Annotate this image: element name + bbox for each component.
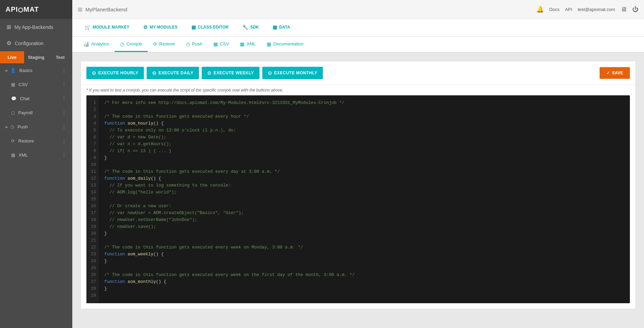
tab-documentation[interactable]: ▦ Documentation: [261, 37, 309, 52]
dots-icon[interactable]: ⋮: [61, 109, 67, 116]
nav-my-modules[interactable]: ⚙ MY MODULES: [136, 19, 184, 36]
sidebar-item-label-csv: CSV: [19, 82, 28, 87]
xml-tab-icon: ▦: [240, 41, 244, 47]
sidebar-item-basics[interactable]: ▶ 👤 Basics ⋮: [0, 63, 72, 77]
dots-icon[interactable]: ⋮: [61, 81, 67, 88]
backend-icon: ▦: [78, 6, 83, 12]
sidebar-item-label-chat: Chat: [20, 96, 29, 101]
execute-daily-label: EXECUTE DAILY: [159, 71, 193, 75]
nav-label-my-modules: MY MODULES: [150, 25, 178, 30]
csv-tab-icon: ▦: [213, 41, 218, 47]
restore-icon: ⟳: [11, 138, 15, 144]
docs-link[interactable]: Docs: [549, 7, 560, 12]
env-tab-staging[interactable]: Staging: [24, 51, 48, 63]
dots-icon[interactable]: ⋮: [61, 124, 67, 130]
hint-text: * If you want to test a cronjob, you can…: [81, 85, 635, 95]
execute-daily-icon: ⊙: [152, 70, 157, 76]
logo-mat: MAT: [23, 6, 39, 13]
content-area: ⊙ EXECUTE HOURLY ⊙ EXECUTE DAILY ⊙ EXECU…: [72, 53, 644, 328]
sidebar-item-label-paymill: Paymill: [18, 110, 33, 115]
tab-push[interactable]: ◷ Push: [180, 37, 208, 52]
tab-xml[interactable]: ▦ XML: [234, 37, 261, 52]
push-icon: ◷: [10, 124, 14, 129]
code-editor[interactable]: 1234567891011121314151617181920212223242…: [86, 95, 630, 303]
chat-icon: 💬: [11, 96, 17, 101]
analytics-icon: 📊: [83, 41, 89, 47]
dots-icon[interactable]: ⋮: [61, 152, 67, 158]
sidebar-logo: APIMAT: [0, 0, 72, 19]
tab-label-cronjob: Cronjob: [126, 41, 142, 46]
push-tab-icon: ◷: [186, 41, 190, 47]
sdk-icon: 🔧: [242, 24, 248, 30]
tab-restore[interactable]: ⟳ Restore: [148, 37, 181, 52]
sidebar-item-paymill[interactable]: ◻ Paymill ⋮: [0, 106, 72, 120]
sub-nav: 📊 Analytics ◷ Cronjob ⟳ Restore ◷ Push ▦…: [72, 37, 644, 53]
data-icon: ▦: [273, 24, 277, 30]
screen-icon[interactable]: 🖥: [621, 6, 627, 13]
paymill-icon: ◻: [11, 110, 15, 115]
api-link[interactable]: API: [565, 7, 572, 12]
topbar-title: ▦ MyPlanerBackend: [78, 6, 127, 12]
tab-csv[interactable]: ▦ CSV: [208, 37, 235, 52]
execute-monthly-label: EXECUTE MONTHLY: [274, 71, 317, 75]
nav-module-market[interactable]: 🛒 MODULE MARKET: [78, 19, 136, 36]
code-content[interactable]: /* For more info see http://docs.apiomat…: [99, 95, 630, 303]
user-email: test@apiomat.com: [578, 7, 615, 12]
execute-monthly-button[interactable]: ⊙ EXECUTE MONTHLY: [262, 67, 323, 79]
execute-weekly-button[interactable]: ⊙ EXECUTE WEEKLY: [202, 67, 260, 79]
tab-cronjob[interactable]: ◷ Cronjob: [115, 37, 148, 52]
cronjob-icon: ◷: [120, 41, 124, 47]
env-tab-live[interactable]: Live: [0, 51, 24, 63]
csv-icon: ▦: [11, 82, 15, 87]
tab-label-restore: Restore: [159, 41, 175, 46]
nav-class-editor[interactable]: ▦ CLASS EDITOR: [184, 19, 235, 36]
save-label: SAVE: [612, 71, 623, 75]
nav-label-class-editor: CLASS EDITOR: [198, 25, 229, 30]
notification-icon[interactable]: 🔔: [536, 6, 544, 13]
nav-data[interactable]: ▦ DATA: [266, 19, 297, 36]
topbar-backend-name: MyPlanerBackend: [85, 7, 127, 12]
dots-icon[interactable]: ⋮: [61, 138, 67, 144]
arrow-icon: ▶: [6, 68, 8, 72]
sidebar-nav-configuration[interactable]: ⚙ Configuration: [0, 35, 72, 51]
user-icon: 👤: [10, 68, 16, 73]
tab-label-csv: CSV: [220, 41, 229, 46]
nav-label-my-app-backends: My App-Backends: [14, 24, 53, 30]
execute-weekly-label: EXECUTE WEEKLY: [214, 71, 254, 75]
cronjob-panel: ⊙ EXECUTE HOURLY ⊙ EXECUTE DAILY ⊙ EXECU…: [81, 61, 636, 309]
power-icon[interactable]: ⏻: [632, 6, 638, 13]
execute-daily-button[interactable]: ⊙ EXECUTE DAILY: [147, 67, 199, 79]
nav-label-module-market: MODULE MARKET: [93, 25, 129, 30]
module-nav: 🛒 MODULE MARKET ⚙ MY MODULES ▦ CLASS EDI…: [72, 19, 644, 37]
sidebar-item-csv[interactable]: ▦ CSV ⋮: [0, 77, 72, 92]
nav-sdk[interactable]: 🔧 SDK: [235, 19, 266, 36]
sidebar: APIMAT ⊞ My App-Backends ⚙ Configuration…: [0, 0, 72, 328]
sidebar-item-chat[interactable]: 💬 Chat ⋮: [0, 92, 72, 106]
tab-label-push: Push: [192, 41, 202, 46]
save-button[interactable]: ✓ SAVE: [600, 67, 630, 79]
topbar-right: 🔔 Docs API test@apiomat.com 🖥 ⏻: [536, 6, 638, 13]
dots-icon[interactable]: ⋮: [61, 67, 67, 74]
dots-icon[interactable]: ⋮: [61, 95, 67, 102]
execute-hourly-label: EXECUTE HOURLY: [98, 71, 139, 75]
arrow-icon: ▶: [6, 125, 8, 129]
cronjob-toolbar: ⊙ EXECUTE HOURLY ⊙ EXECUTE DAILY ⊙ EXECU…: [81, 61, 635, 85]
class-editor-icon: ▦: [191, 24, 196, 30]
env-tab-test[interactable]: Test: [48, 51, 72, 63]
gear-icon: ⚙: [7, 40, 11, 46]
tab-analytics[interactable]: 📊 Analytics: [78, 37, 115, 52]
sidebar-nav-my-app-backends[interactable]: ⊞ My App-Backends: [0, 19, 72, 35]
doc-tab-icon: ▦: [267, 41, 271, 47]
sidebar-item-xml[interactable]: ▦ XML ⋮: [0, 148, 72, 162]
market-icon: 🛒: [85, 24, 91, 30]
sidebar-item-label-restore: Restore: [18, 138, 34, 144]
execute-hourly-button[interactable]: ⊙ EXECUTE HOURLY: [86, 67, 144, 79]
execute-hourly-icon: ⊙: [92, 70, 96, 76]
nav-label-sdk: SDK: [250, 25, 259, 30]
restore-tab-icon: ⟳: [153, 41, 157, 47]
execute-weekly-icon: ⊙: [207, 70, 212, 76]
check-icon: ✓: [606, 71, 610, 75]
execute-monthly-icon: ⊙: [268, 70, 272, 76]
sidebar-item-restore[interactable]: ⟳ Restore ⋮: [0, 134, 72, 148]
sidebar-item-push[interactable]: ▶ ◷ Push ⋮: [0, 120, 72, 134]
